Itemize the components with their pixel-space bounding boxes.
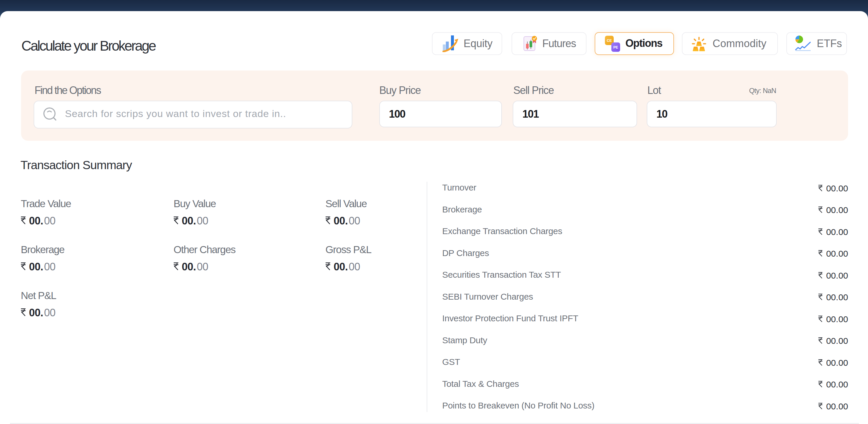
svg-text:CE: CE [607, 39, 612, 43]
svg-text:PE: PE [613, 46, 618, 50]
